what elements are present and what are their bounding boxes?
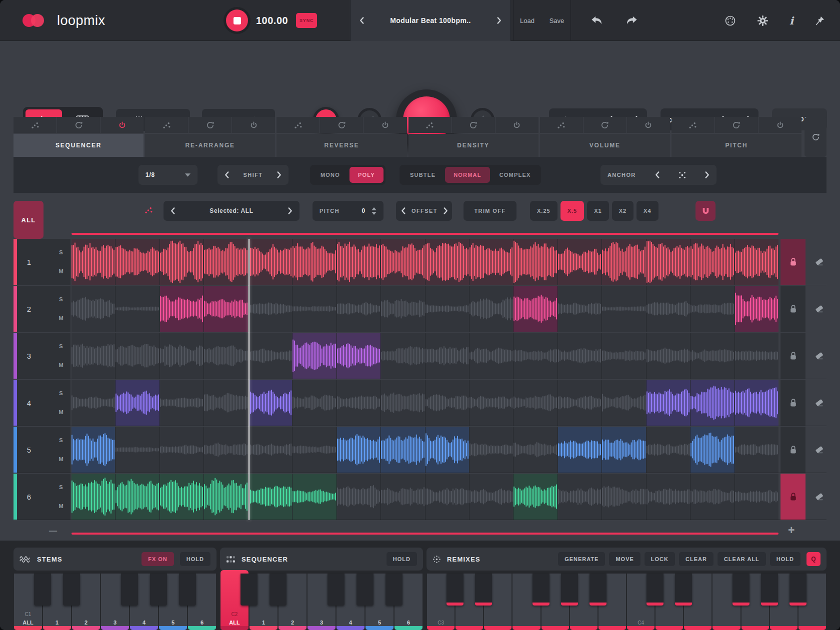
step-cell[interactable] bbox=[204, 474, 248, 520]
black-key[interactable] bbox=[150, 574, 167, 606]
black-key[interactable] bbox=[590, 574, 606, 606]
selected-prev-button[interactable] bbox=[170, 207, 175, 214]
scatter-dots-icon[interactable] bbox=[540, 117, 583, 133]
track-erase-button[interactable] bbox=[812, 380, 826, 426]
track-erase-button[interactable] bbox=[812, 333, 826, 379]
black-key[interactable] bbox=[34, 574, 51, 606]
solo-button[interactable]: S bbox=[56, 435, 66, 445]
step-cell[interactable] bbox=[248, 474, 292, 520]
preset-next-button[interactable] bbox=[497, 17, 502, 24]
black-key[interactable] bbox=[121, 574, 138, 606]
power-icon[interactable] bbox=[495, 117, 538, 133]
track-erase-button[interactable] bbox=[812, 286, 826, 332]
step-cell[interactable] bbox=[514, 380, 558, 426]
settings-voice-modes-mono[interactable]: MONO bbox=[312, 167, 348, 183]
black-key[interactable] bbox=[475, 574, 492, 606]
midi-button[interactable] bbox=[724, 15, 736, 26]
cycle-icon[interactable] bbox=[188, 117, 232, 133]
speed-x1[interactable]: X1 bbox=[587, 201, 608, 221]
quantize-button[interactable]: Q bbox=[806, 552, 820, 566]
step-cell[interactable] bbox=[72, 286, 116, 332]
anchor-next-button[interactable] bbox=[705, 171, 710, 178]
preset-name[interactable]: Modular Beat 100bpm.. bbox=[390, 16, 471, 24]
step-cell[interactable] bbox=[116, 333, 160, 379]
sequencer-hold-button[interactable]: HOLD bbox=[386, 552, 417, 566]
step-cell[interactable] bbox=[72, 333, 116, 379]
redo-button[interactable] bbox=[623, 13, 639, 27]
pin-button[interactable] bbox=[814, 15, 825, 26]
cycle-icon[interactable] bbox=[714, 117, 758, 133]
step-cell[interactable] bbox=[292, 474, 336, 520]
step-cell[interactable] bbox=[160, 286, 204, 332]
black-key[interactable] bbox=[446, 574, 464, 606]
step-cell[interactable] bbox=[558, 474, 602, 520]
power-icon[interactable] bbox=[100, 117, 144, 133]
step-cell[interactable] bbox=[381, 380, 425, 426]
settings-complexity-modes-subtle[interactable]: SUBTLE bbox=[402, 167, 444, 183]
step-cell[interactable] bbox=[646, 286, 690, 332]
mute-button[interactable]: M bbox=[56, 454, 66, 464]
anchor-prev-button[interactable] bbox=[655, 171, 660, 178]
remix-clear-button[interactable]: CLEAR bbox=[679, 552, 714, 566]
step-cell[interactable] bbox=[646, 474, 690, 520]
step-cell[interactable] bbox=[72, 239, 116, 285]
settings-voice-modes-poly[interactable]: POLY bbox=[350, 167, 384, 183]
step-cell[interactable] bbox=[602, 239, 646, 285]
step-cell[interactable] bbox=[470, 333, 514, 379]
step-cell[interactable] bbox=[337, 239, 381, 285]
step-cell[interactable] bbox=[381, 474, 425, 520]
bpm-display[interactable]: 100.00 bbox=[256, 15, 288, 26]
step-cell[interactable] bbox=[558, 427, 602, 473]
power-icon[interactable] bbox=[363, 117, 406, 133]
step-cell[interactable] bbox=[337, 286, 381, 332]
step-cell[interactable] bbox=[204, 286, 248, 332]
step-cell[interactable] bbox=[602, 474, 646, 520]
step-cell[interactable] bbox=[160, 239, 204, 285]
step-cell[interactable] bbox=[116, 427, 160, 473]
scatter-dots-icon[interactable] bbox=[408, 117, 452, 133]
step-cell[interactable] bbox=[558, 333, 602, 379]
tab-pitch[interactable]: PITCH bbox=[672, 134, 802, 157]
step-cell[interactable] bbox=[248, 427, 292, 473]
step-cell[interactable] bbox=[690, 333, 734, 379]
cycle-icon[interactable] bbox=[452, 117, 495, 133]
step-cell[interactable] bbox=[160, 380, 204, 426]
loop-range-bar[interactable] bbox=[72, 533, 778, 535]
track-erase-button[interactable] bbox=[812, 474, 826, 520]
modules-sync-button[interactable] bbox=[804, 117, 826, 157]
step-cell[interactable] bbox=[204, 333, 248, 379]
black-key[interactable] bbox=[356, 574, 374, 606]
step-cell[interactable] bbox=[558, 286, 602, 332]
track-lock-button[interactable] bbox=[780, 239, 806, 285]
step-cell[interactable] bbox=[470, 474, 514, 520]
step-cell[interactable] bbox=[470, 380, 514, 426]
step-cell[interactable] bbox=[160, 333, 204, 379]
step-cell[interactable] bbox=[646, 380, 690, 426]
track-erase-button[interactable] bbox=[812, 427, 826, 473]
step-cell[interactable] bbox=[602, 286, 646, 332]
track-lock-button[interactable] bbox=[780, 427, 806, 473]
step-cell[interactable] bbox=[690, 380, 734, 426]
tab-density[interactable]: DENSITY bbox=[408, 134, 538, 157]
step-cell[interactable] bbox=[292, 239, 336, 285]
step-cell[interactable] bbox=[337, 333, 381, 379]
black-key[interactable] bbox=[270, 574, 286, 606]
sync-button[interactable]: SYNC bbox=[296, 13, 317, 28]
settings-button[interactable] bbox=[757, 15, 768, 26]
remix-clear-all-button[interactable]: CLEAR ALL bbox=[718, 552, 766, 566]
step-cell[interactable] bbox=[248, 286, 292, 332]
undo-button[interactable] bbox=[589, 13, 605, 27]
loop-progress-bar[interactable] bbox=[72, 233, 778, 235]
step-cell[interactable] bbox=[514, 286, 558, 332]
mute-button[interactable]: M bbox=[56, 313, 66, 323]
step-cell[interactable] bbox=[735, 474, 778, 520]
preset-prev-button[interactable] bbox=[360, 17, 364, 24]
black-key[interactable] bbox=[179, 574, 196, 606]
step-cell[interactable] bbox=[690, 474, 734, 520]
offset-right-button[interactable] bbox=[444, 207, 448, 214]
add-track-button[interactable]: + bbox=[788, 524, 794, 537]
black-key[interactable] bbox=[646, 574, 664, 606]
step-cell[interactable] bbox=[646, 239, 690, 285]
step-cell[interactable] bbox=[248, 380, 292, 426]
step-cell[interactable] bbox=[292, 427, 336, 473]
